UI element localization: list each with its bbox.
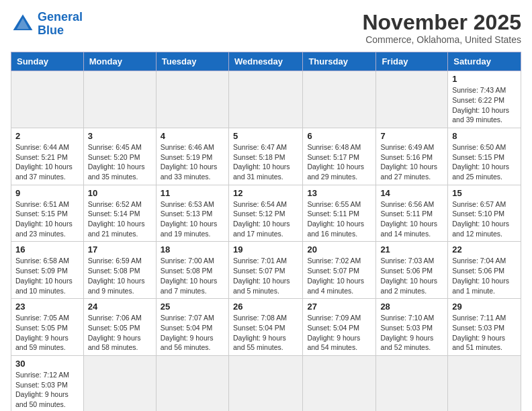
day-info: Sunrise: 7:03 AM Sunset: 5:06 PM Dayligh… (380, 256, 443, 295)
day-number: 27 (307, 302, 371, 312)
day-number: 5 (233, 131, 298, 141)
calendar-cell: 13Sunrise: 6:55 AM Sunset: 5:11 PM Dayli… (303, 185, 376, 242)
calendar-cell (11, 71, 84, 128)
header: General Blue November 2025 Commerce, Okl… (11, 11, 521, 45)
day-number: 13 (307, 188, 371, 198)
calendar-header-sunday: Sunday (11, 52, 84, 71)
day-info: Sunrise: 6:49 AM Sunset: 5:16 PM Dayligh… (380, 142, 443, 182)
day-number: 14 (380, 188, 443, 198)
day-info: Sunrise: 7:04 AM Sunset: 5:06 PM Dayligh… (452, 256, 517, 295)
calendar-cell: 19Sunrise: 7:01 AM Sunset: 5:07 PM Dayli… (228, 242, 302, 299)
calendar-cell: 7Sunrise: 6:49 AM Sunset: 5:16 PM Daylig… (376, 128, 448, 185)
calendar-week-row: 30Sunrise: 7:12 AM Sunset: 5:03 PM Dayli… (11, 355, 521, 411)
day-info: Sunrise: 6:57 AM Sunset: 5:10 PM Dayligh… (452, 199, 517, 239)
calendar-cell: 25Sunrise: 7:07 AM Sunset: 5:04 PM Dayli… (156, 299, 228, 356)
day-info: Sunrise: 6:51 AM Sunset: 5:15 PM Dayligh… (15, 199, 79, 239)
day-info: Sunrise: 7:06 AM Sunset: 5:05 PM Dayligh… (88, 313, 152, 353)
day-number: 23 (15, 302, 79, 312)
day-info: Sunrise: 6:54 AM Sunset: 5:12 PM Dayligh… (233, 199, 298, 239)
calendar-cell: 24Sunrise: 7:06 AM Sunset: 5:05 PM Dayli… (83, 299, 156, 356)
day-info: Sunrise: 7:02 AM Sunset: 5:07 PM Dayligh… (307, 256, 371, 295)
calendar-header-row: SundayMondayTuesdayWednesdayThursdayFrid… (11, 52, 521, 71)
calendar-week-row: 23Sunrise: 7:05 AM Sunset: 5:05 PM Dayli… (11, 299, 521, 356)
calendar-cell (448, 355, 521, 411)
day-number: 25 (161, 302, 224, 312)
calendar-cell: 16Sunrise: 6:58 AM Sunset: 5:09 PM Dayli… (11, 242, 84, 299)
calendar-cell: 12Sunrise: 6:54 AM Sunset: 5:12 PM Dayli… (228, 185, 302, 242)
day-number: 20 (307, 244, 371, 255)
day-info: Sunrise: 7:07 AM Sunset: 5:04 PM Dayligh… (161, 313, 224, 353)
calendar-cell: 4Sunrise: 6:46 AM Sunset: 5:19 PM Daylig… (156, 128, 228, 185)
title-area: November 2025 Commerce, Oklahoma, United… (362, 11, 521, 45)
calendar-cell (303, 71, 376, 128)
day-number: 2 (15, 131, 79, 141)
calendar-cell: 5Sunrise: 6:47 AM Sunset: 5:18 PM Daylig… (228, 128, 302, 185)
day-info: Sunrise: 6:52 AM Sunset: 5:14 PM Dayligh… (88, 199, 152, 239)
calendar-cell: 3Sunrise: 6:45 AM Sunset: 5:20 PM Daylig… (83, 128, 156, 185)
day-number: 10 (88, 188, 152, 198)
calendar-cell: 15Sunrise: 6:57 AM Sunset: 5:10 PM Dayli… (448, 185, 521, 242)
day-number: 30 (15, 359, 79, 369)
calendar-cell: 17Sunrise: 6:59 AM Sunset: 5:08 PM Dayli… (83, 242, 156, 299)
calendar-header-saturday: Saturday (448, 52, 521, 71)
day-number: 26 (233, 302, 298, 312)
calendar-week-row: 16Sunrise: 6:58 AM Sunset: 5:09 PM Dayli… (11, 242, 521, 299)
day-number: 4 (161, 131, 224, 141)
calendar-week-row: 2Sunrise: 6:44 AM Sunset: 5:21 PM Daylig… (11, 128, 521, 185)
logo-icon (11, 12, 35, 36)
day-number: 9 (15, 188, 79, 198)
day-number: 29 (452, 302, 517, 312)
calendar-header-wednesday: Wednesday (228, 52, 302, 71)
day-number: 22 (452, 244, 517, 255)
calendar-cell: 27Sunrise: 7:09 AM Sunset: 5:04 PM Dayli… (303, 299, 376, 356)
day-number: 6 (307, 131, 371, 141)
logo-text: General Blue (38, 11, 83, 38)
day-number: 21 (380, 244, 443, 255)
calendar-header-tuesday: Tuesday (156, 52, 228, 71)
day-info: Sunrise: 7:00 AM Sunset: 5:08 PM Dayligh… (161, 256, 224, 295)
location-title: Commerce, Oklahoma, United States (362, 34, 521, 45)
day-number: 16 (15, 244, 79, 255)
calendar-cell (376, 355, 448, 411)
calendar-cell: 30Sunrise: 7:12 AM Sunset: 5:03 PM Dayli… (11, 355, 84, 411)
day-number: 8 (452, 131, 517, 141)
day-number: 28 (380, 302, 443, 312)
calendar-cell: 18Sunrise: 7:00 AM Sunset: 5:08 PM Dayli… (156, 242, 228, 299)
day-info: Sunrise: 6:48 AM Sunset: 5:17 PM Dayligh… (307, 142, 371, 182)
day-info: Sunrise: 7:10 AM Sunset: 5:03 PM Dayligh… (380, 313, 443, 353)
day-info: Sunrise: 6:46 AM Sunset: 5:19 PM Dayligh… (161, 142, 224, 182)
calendar-cell: 11Sunrise: 6:53 AM Sunset: 5:13 PM Dayli… (156, 185, 228, 242)
calendar-cell: 6Sunrise: 6:48 AM Sunset: 5:17 PM Daylig… (303, 128, 376, 185)
calendar-cell: 14Sunrise: 6:56 AM Sunset: 5:11 PM Dayli… (376, 185, 448, 242)
day-info: Sunrise: 7:12 AM Sunset: 5:03 PM Dayligh… (15, 370, 79, 410)
logo-blue: Blue (38, 24, 64, 37)
day-number: 15 (452, 188, 517, 198)
calendar-week-row: 9Sunrise: 6:51 AM Sunset: 5:15 PM Daylig… (11, 185, 521, 242)
day-number: 24 (88, 302, 152, 312)
calendar-cell: 8Sunrise: 6:50 AM Sunset: 5:15 PM Daylig… (448, 128, 521, 185)
month-title: November 2025 (362, 11, 521, 34)
day-info: Sunrise: 7:43 AM Sunset: 6:22 PM Dayligh… (452, 85, 517, 125)
day-info: Sunrise: 7:05 AM Sunset: 5:05 PM Dayligh… (15, 313, 79, 353)
calendar-cell (156, 355, 228, 411)
calendar-cell: 1Sunrise: 7:43 AM Sunset: 6:22 PM Daylig… (448, 71, 521, 128)
calendar-cell (376, 71, 448, 128)
calendar-cell: 10Sunrise: 6:52 AM Sunset: 5:14 PM Dayli… (83, 185, 156, 242)
page-container: General Blue November 2025 Commerce, Okl… (11, 11, 521, 411)
calendar-cell (156, 71, 228, 128)
calendar-cell: 9Sunrise: 6:51 AM Sunset: 5:15 PM Daylig… (11, 185, 84, 242)
calendar-cell: 20Sunrise: 7:02 AM Sunset: 5:07 PM Dayli… (303, 242, 376, 299)
day-number: 11 (161, 188, 224, 198)
day-info: Sunrise: 7:09 AM Sunset: 5:04 PM Dayligh… (307, 313, 371, 353)
calendar-cell: 2Sunrise: 6:44 AM Sunset: 5:21 PM Daylig… (11, 128, 84, 185)
day-number: 7 (380, 131, 443, 141)
calendar-week-row: 1Sunrise: 7:43 AM Sunset: 6:22 PM Daylig… (11, 71, 521, 128)
calendar-cell: 26Sunrise: 7:08 AM Sunset: 5:04 PM Dayli… (228, 299, 302, 356)
calendar-cell (83, 71, 156, 128)
day-number: 19 (233, 244, 298, 255)
day-info: Sunrise: 6:47 AM Sunset: 5:18 PM Dayligh… (233, 142, 298, 182)
day-info: Sunrise: 6:50 AM Sunset: 5:15 PM Dayligh… (452, 142, 517, 182)
calendar-header-thursday: Thursday (303, 52, 376, 71)
day-info: Sunrise: 6:55 AM Sunset: 5:11 PM Dayligh… (307, 199, 371, 239)
calendar-cell: 29Sunrise: 7:11 AM Sunset: 5:03 PM Dayli… (448, 299, 521, 356)
